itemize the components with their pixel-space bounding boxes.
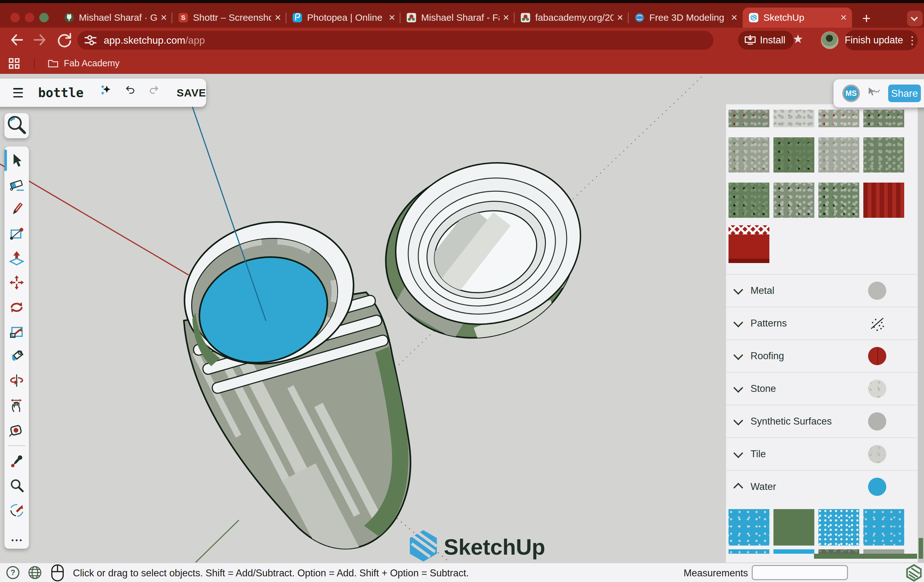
chevron-up-icon bbox=[733, 483, 743, 493]
install-button[interactable]: Install bbox=[738, 31, 794, 49]
tab-close-icon[interactable]: ✕ bbox=[617, 13, 624, 23]
flip-icon bbox=[8, 373, 25, 389]
rotate-icon bbox=[8, 299, 25, 315]
chevron-down-icon bbox=[733, 383, 743, 393]
tab-close-icon[interactable]: ✕ bbox=[731, 13, 738, 23]
material-swatch-dark-green-blobs[interactable] bbox=[774, 137, 814, 173]
material-swatch-green-gray-patches[interactable] bbox=[818, 183, 859, 218]
tape-measure-tool-button[interactable] bbox=[4, 421, 29, 439]
move-tool-button[interactable] bbox=[4, 274, 29, 291]
material-swatch-red-fabric-diamond-trim[interactable] bbox=[729, 225, 769, 263]
redo-button[interactable] bbox=[148, 85, 159, 101]
apps-grid-icon[interactable] bbox=[8, 58, 20, 69]
user-avatar[interactable]: MS bbox=[842, 84, 860, 102]
category-tile[interactable]: Tile bbox=[726, 437, 918, 470]
zoom-tool-button[interactable] bbox=[4, 477, 29, 495]
vertical-scrollbar-thumb[interactable] bbox=[919, 538, 923, 559]
bookmark-star-icon[interactable]: ★ bbox=[793, 32, 803, 46]
material-swatch-gray-green-red-marble[interactable] bbox=[818, 110, 859, 127]
more-tool-button[interactable] bbox=[4, 526, 29, 544]
tab-search-button[interactable] bbox=[907, 11, 923, 26]
tab-free-3d-modeling-s[interactable]: Free 3D Modeling S✕ bbox=[629, 8, 742, 28]
help-icon[interactable]: ? bbox=[6, 566, 20, 580]
material-swatch-water-solid-blue[interactable] bbox=[774, 549, 814, 554]
reload-button[interactable] bbox=[55, 31, 73, 49]
paint-bucket-tool-button[interactable] bbox=[4, 347, 29, 365]
tab-close-icon[interactable]: ✕ bbox=[160, 13, 167, 23]
material-swatch-grid bbox=[726, 104, 918, 263]
window-minimize-button[interactable] bbox=[25, 13, 34, 22]
material-swatch-gray-fine-mottle[interactable] bbox=[818, 137, 859, 173]
category-patterns[interactable]: Patterns bbox=[726, 307, 918, 340]
category-metal[interactable]: Metal bbox=[726, 274, 918, 307]
bookmark-folder-fab-academy[interactable]: Fab Academy bbox=[64, 58, 119, 69]
material-swatch-gray-green-mottle[interactable] bbox=[729, 137, 769, 173]
material-swatch-water-light-speck[interactable] bbox=[863, 509, 904, 546]
profile-avatar[interactable] bbox=[821, 31, 838, 49]
tab-close-icon[interactable]: ✕ bbox=[503, 13, 510, 23]
material-swatch-water-olive[interactable] bbox=[774, 509, 814, 546]
pencil-tool-button[interactable] bbox=[4, 201, 29, 218]
document-title[interactable]: bottle bbox=[38, 86, 84, 100]
category-label: Roofing bbox=[751, 350, 868, 362]
shapes-tool-button[interactable] bbox=[4, 225, 29, 242]
forward-button[interactable] bbox=[31, 31, 49, 49]
eraser-tool-button[interactable] bbox=[4, 176, 29, 194]
material-swatch-green-fine-speckle[interactable] bbox=[863, 137, 904, 173]
language-globe-icon[interactable] bbox=[28, 566, 42, 580]
tab-close-icon[interactable]: ✕ bbox=[388, 13, 395, 23]
save-button[interactable]: SAVE bbox=[177, 87, 206, 99]
tab-fabacademy-org-20[interactable]: fabacademy.org/20✕ bbox=[515, 8, 629, 28]
scale-tool-button[interactable] bbox=[4, 323, 29, 340]
eyedropper-tool-button[interactable] bbox=[4, 453, 29, 470]
window-close-button[interactable] bbox=[10, 13, 20, 22]
main-menu-icon[interactable] bbox=[13, 88, 23, 97]
orbit-tool-button[interactable] bbox=[4, 501, 29, 519]
ai-sparkle-icon[interactable] bbox=[100, 84, 112, 102]
browser-menu-icon[interactable]: ⋮ bbox=[907, 34, 918, 46]
new-tab-button[interactable]: + bbox=[860, 12, 873, 26]
tab-title: Mishael Sharaf · Git bbox=[79, 12, 157, 23]
material-swatch-water-rippled[interactable] bbox=[818, 509, 859, 546]
flip-tool-button[interactable] bbox=[4, 372, 29, 389]
measurements-input[interactable] bbox=[752, 565, 848, 580]
finish-update-button[interactable]: Finish update ⋮ bbox=[845, 30, 918, 50]
search-tool-button[interactable] bbox=[4, 113, 29, 138]
tool-palette bbox=[4, 147, 29, 549]
back-button[interactable] bbox=[8, 31, 25, 49]
material-swatch-green-gray-red-fleck[interactable] bbox=[729, 110, 769, 127]
pan-hand-tool-button[interactable] bbox=[4, 396, 29, 414]
material-swatch-green-gray-coarse[interactable] bbox=[774, 183, 814, 218]
tab-sketchup[interactable]: SketchUp✕ bbox=[742, 8, 852, 28]
push-pull-tool-button[interactable] bbox=[4, 249, 29, 267]
material-swatch-green-dark-spots[interactable] bbox=[863, 110, 904, 127]
chevron-down-icon bbox=[733, 416, 743, 425]
category-preview-swatch bbox=[868, 445, 886, 463]
undo-button[interactable] bbox=[125, 85, 136, 101]
tab-photopea-online-p[interactable]: Photopea | Online P✕ bbox=[286, 8, 400, 28]
tab-mishael-sharaf-git[interactable]: Mishael Sharaf · Git✕ bbox=[58, 8, 172, 28]
site-settings-icon[interactable] bbox=[82, 31, 99, 49]
select-tool-button[interactable] bbox=[4, 152, 29, 169]
horizontal-scrollbar-thumb[interactable] bbox=[814, 554, 917, 559]
tab-mishael-sharaf-fa[interactable]: Mishael Sharaf - Fa✕ bbox=[400, 8, 515, 28]
rotate-tool-button[interactable] bbox=[4, 298, 29, 316]
category-synthetic-surfaces[interactable]: Synthetic Surfaces bbox=[726, 405, 918, 437]
share-button[interactable]: Share bbox=[888, 84, 921, 102]
window-zoom-button[interactable] bbox=[39, 13, 49, 22]
material-swatch-green-black-specks[interactable] bbox=[729, 183, 769, 218]
category-roofing[interactable]: Roofing bbox=[726, 340, 918, 372]
tab-close-icon[interactable]: ✕ bbox=[274, 13, 281, 23]
address-bar[interactable]: app.sketchup.com/app bbox=[77, 31, 713, 49]
material-swatch-red-curtain-stripes[interactable] bbox=[863, 183, 904, 218]
material-swatch-water-gray[interactable] bbox=[863, 549, 904, 554]
tab-close-icon[interactable]: ✕ bbox=[840, 13, 847, 23]
material-swatch-water-speck-2[interactable] bbox=[729, 549, 769, 554]
category-stone[interactable]: Stone bbox=[726, 372, 918, 405]
tab-shottr-screensho[interactable]: SShottr – Screensho✕ bbox=[172, 8, 286, 28]
material-swatch-water-speckled[interactable] bbox=[729, 509, 769, 546]
material-swatch-light-gray-mottle[interactable] bbox=[774, 110, 814, 127]
panel-scrollbar-track[interactable] bbox=[918, 104, 924, 562]
category-water[interactable]: Water bbox=[726, 470, 918, 503]
material-swatch-water-dark[interactable] bbox=[818, 549, 859, 554]
